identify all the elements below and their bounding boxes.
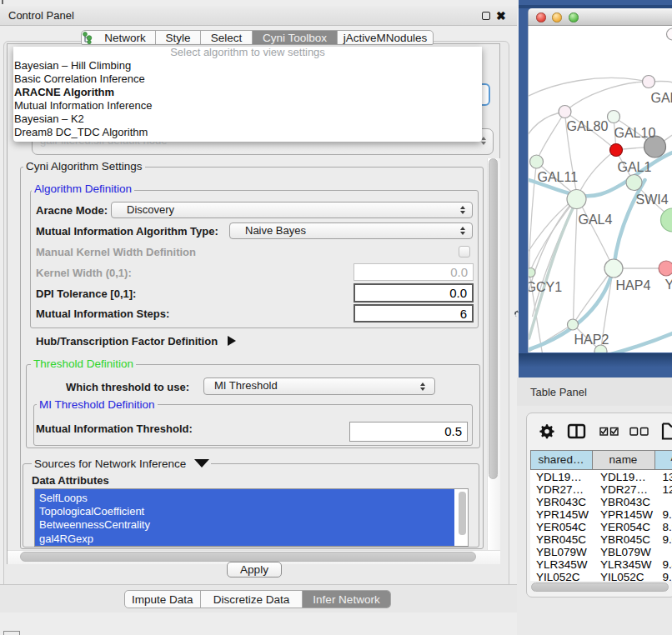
svg-text:YD: YD: [664, 278, 672, 292]
svg-text:HAP4: HAP4: [615, 278, 650, 292]
svg-text:GAL1: GAL1: [617, 160, 651, 174]
svg-text:HAP2: HAP2: [574, 332, 609, 347]
svg-text:GCY1: GCY1: [529, 280, 562, 294]
svg-text:GAL11: GAL11: [537, 170, 578, 184]
svg-text:GAL4: GAL4: [578, 212, 612, 227]
svg-text:GAL7: GAL7: [650, 91, 672, 105]
svg-text:SWI4: SWI4: [635, 192, 668, 207]
svg-text:GAL80: GAL80: [566, 119, 608, 133]
svg-text:GAL10: GAL10: [614, 126, 655, 140]
